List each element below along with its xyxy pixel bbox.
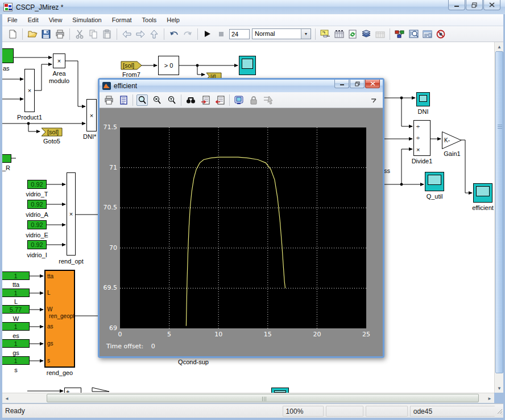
block-constant-tta[interactable]: 1 (2, 271, 30, 280)
block-scope-dni[interactable] (416, 92, 430, 106)
scope-title-bar[interactable]: efficient (100, 80, 383, 92)
block-constant-gs[interactable]: 1 (2, 339, 30, 348)
library-link-icon[interactable] (320, 28, 331, 40)
status-zoom: 100% (283, 406, 324, 417)
horizontal-scroll-thumb[interactable] (47, 394, 479, 402)
model-browser-icon[interactable] (333, 28, 345, 40)
restore-axes-icon[interactable] (214, 94, 226, 106)
undo-icon[interactable] (168, 28, 180, 40)
block-constant-tr[interactable] (2, 154, 11, 163)
minimize-button[interactable] (448, 0, 465, 10)
autoscale-icon[interactable] (185, 94, 196, 106)
time-offset: Time offset: 0 (106, 343, 155, 350)
go-back-icon[interactable] (121, 28, 133, 40)
parameters-icon[interactable] (118, 94, 129, 106)
block-constant-l[interactable]: 1 (2, 289, 30, 297)
scope-minimize-button[interactable] (334, 80, 349, 88)
horizontal-scrollbar[interactable]: ◄ ► (2, 393, 494, 403)
block-scope-top[interactable] (239, 56, 256, 75)
scroll-right-icon[interactable]: ► (485, 394, 494, 403)
floating-scope-icon[interactable] (233, 94, 245, 106)
toolbar-overflow-icon[interactable] (368, 94, 379, 106)
menu-format[interactable]: Format (107, 14, 137, 26)
cut-icon[interactable] (74, 28, 85, 40)
block-vidrio-i[interactable]: 0.92 (27, 240, 47, 249)
menu-edit[interactable]: Edit (23, 14, 44, 26)
block-divide1[interactable]: ÷ ÷ × (413, 120, 431, 156)
redo-icon[interactable] (182, 28, 193, 40)
go-forward-icon[interactable] (135, 28, 146, 40)
block-rend-geo-subsystem[interactable]: tta L W as gs s ren_geopt (44, 270, 75, 368)
block-compare-to-zero[interactable]: > 0 (158, 56, 179, 75)
restore-button[interactable] (466, 0, 483, 10)
debug-disabled-icon[interactable] (435, 28, 446, 40)
start-simulation-icon[interactable] (202, 28, 213, 40)
block-gain1[interactable]: K- (442, 131, 462, 149)
block-vidrio-a[interactable]: 0.92 (27, 200, 47, 209)
print-icon[interactable] (54, 28, 65, 40)
block-rend-opt[interactable]: × (67, 172, 76, 256)
zoom-y-icon[interactable] (166, 94, 177, 106)
go-up-icon[interactable] (148, 28, 160, 40)
simulink-debugger-icon[interactable] (421, 28, 433, 40)
block-from7[interactable]: [sol] (121, 61, 142, 70)
block-sum-fragment[interactable]: + (64, 388, 81, 393)
zoom-x-icon[interactable] (151, 94, 163, 106)
block-label: vidrio_A (23, 211, 51, 218)
stop-simulation-icon[interactable] (216, 28, 227, 40)
menu-simulation[interactable]: Simulation (67, 14, 106, 26)
block-label: gs (5, 349, 27, 356)
block-constant-w[interactable]: 5.77 (2, 305, 30, 314)
vertical-scrollbar[interactable]: ▲ ▼ (494, 42, 503, 393)
copy-icon[interactable] (88, 28, 99, 40)
lock-axes-icon (248, 94, 259, 106)
menu-view[interactable]: View (44, 14, 68, 26)
block-label: L (5, 298, 27, 305)
build-icon[interactable] (361, 28, 372, 40)
update-diagram-icon[interactable] (347, 28, 358, 40)
scope-close-button[interactable] (365, 80, 380, 88)
model-explorer-icon[interactable] (408, 28, 419, 40)
block-area-modulo[interactable]: × (53, 53, 65, 68)
block-scope-efficient[interactable] (473, 183, 492, 203)
block-constant-es[interactable]: 1 (2, 322, 30, 331)
block-constant-s[interactable]: 1 (2, 356, 30, 365)
zoom-icon[interactable] (136, 94, 148, 106)
save-icon[interactable] (40, 28, 52, 40)
block-dni-multiply[interactable]: × (86, 99, 97, 131)
chevron-down-icon[interactable]: ▼ (301, 29, 311, 39)
block-scope-fragment[interactable] (271, 388, 289, 393)
x-tick-label: 20 (310, 331, 324, 338)
block-scope-qutil[interactable] (425, 172, 444, 191)
scope-window-efficient[interactable]: efficient (98, 78, 384, 358)
library-browser-icon[interactable] (394, 28, 405, 40)
scope-restore-button[interactable] (350, 80, 365, 88)
simulation-stop-time-input[interactable]: 24 (229, 29, 250, 39)
resize-grip[interactable] (496, 407, 503, 415)
block-vidrio-t[interactable]: 0.92 (27, 180, 47, 189)
block-goto5[interactable]: [sol] (41, 127, 63, 137)
menu-tools[interactable]: Tools (137, 14, 162, 26)
scroll-down-icon[interactable]: ▼ (495, 384, 504, 393)
save-axes-icon[interactable] (200, 94, 211, 106)
scroll-left-icon[interactable]: ◄ (2, 394, 11, 403)
open-icon[interactable] (27, 28, 38, 40)
close-button[interactable] (483, 0, 500, 10)
paste-icon[interactable] (101, 28, 113, 40)
simulation-mode-value: Normal (255, 30, 275, 37)
vertical-scroll-thumb[interactable] (495, 51, 503, 373)
menu-help[interactable]: Help (162, 14, 185, 26)
scope-plot-area[interactable] (120, 127, 366, 328)
menu-file[interactable]: File (2, 14, 23, 26)
block-vidrio-e[interactable]: 0.92 (27, 220, 47, 229)
block-product1[interactable]: × (24, 69, 35, 112)
block-constant-as[interactable] (2, 48, 14, 63)
gain-fragment (92, 388, 109, 392)
status-ready: Ready (2, 407, 283, 415)
print-icon[interactable] (103, 94, 114, 106)
scroll-up-icon[interactable]: ▲ (495, 42, 504, 51)
model-canvas[interactable]: as × Product1 × Area modulo [sol] Goto5 … (2, 42, 494, 393)
new-model-icon[interactable] (7, 28, 18, 40)
block-label: Qcond-sup (169, 359, 217, 365)
simulation-mode-select[interactable]: Normal ▼ (252, 28, 311, 39)
